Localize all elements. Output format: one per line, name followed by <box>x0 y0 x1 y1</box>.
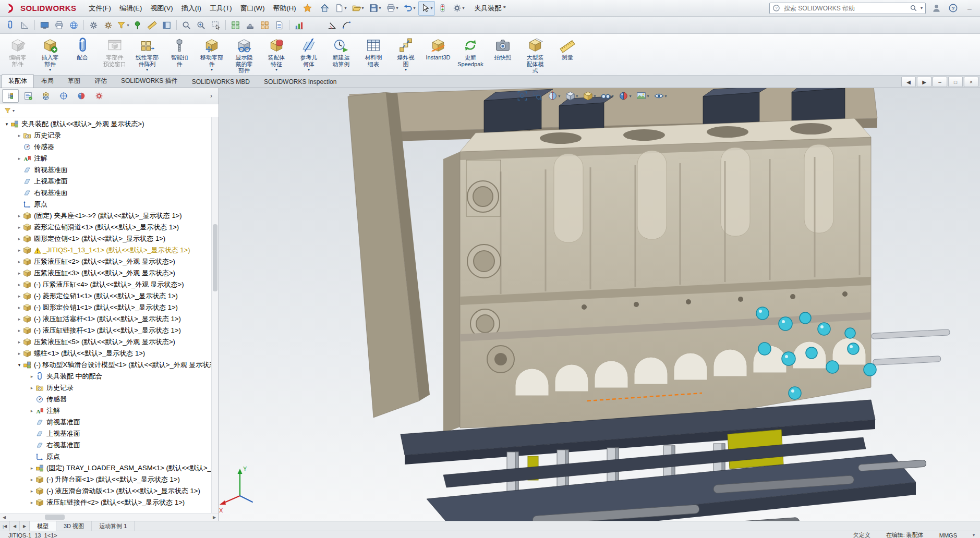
minimize-icon[interactable]: – <box>933 77 947 87</box>
menu-item-5[interactable]: 工具(T) <box>205 2 236 15</box>
options-gear-caret-icon[interactable]: ▾ <box>463 6 465 10</box>
hscroll-track[interactable] <box>8 513 210 521</box>
filter-button[interactable]: ▾ <box>116 18 130 32</box>
tree-expand-down-icon[interactable]: ▾ <box>16 362 23 368</box>
rebuild-button[interactable] <box>435 1 450 16</box>
menu-item-4[interactable]: 插入(I) <box>177 2 205 15</box>
tree-item[interactable]: ▸螺柱<1> (默认<<默认>_显示状态 1>) <box>0 348 219 359</box>
zoom-fit-button[interactable] <box>515 90 529 102</box>
angle-sketch-button[interactable] <box>325 18 339 32</box>
section-view-button[interactable]: ▾ <box>546 90 562 102</box>
status-caret-icon[interactable]: ▾ <box>973 533 975 537</box>
menu-item-7[interactable]: 帮助(H) <box>269 2 300 15</box>
ribbon-button-instant3d[interactable]: Instant3D <box>422 35 454 75</box>
flyout-caret-icon[interactable]: ▾ <box>211 68 213 71</box>
configurationmanager-tab[interactable] <box>38 89 54 103</box>
save-button[interactable]: ▾ <box>367 1 383 16</box>
tree-expand-right-icon[interactable]: ▸ <box>16 213 23 218</box>
model-tab-nav-2-icon[interactable]: ◀ <box>10 521 20 531</box>
print-caret-icon[interactable]: ▾ <box>396 6 398 10</box>
tree-expand-right-icon[interactable]: ▸ <box>16 282 23 287</box>
apply-scene-button[interactable]: ▾ <box>634 90 650 102</box>
ribbon-button-linear-pattern[interactable]: 线性零部 件阵列▾ <box>131 35 163 75</box>
save-caret-icon[interactable]: ▾ <box>379 6 381 10</box>
ribbon-button-bom[interactable]: 材料明 细表 <box>358 35 389 75</box>
filter-funnel-icon[interactable] <box>4 107 11 115</box>
ribbon-button-move-component[interactable]: 移动零部 件▾ <box>196 35 227 75</box>
ribbon-button-assembly-features[interactable]: 装配体 特征▾ <box>261 35 292 75</box>
tree-expand-right-icon[interactable]: ▸ <box>16 328 23 333</box>
web-button[interactable] <box>67 18 81 32</box>
tree-expand-right-icon[interactable]: ▸ <box>16 248 23 253</box>
ribbon-button-reference-geometry[interactable]: 参考几 何体▾ <box>293 35 324 75</box>
ribbon-button-mate[interactable]: 配合 <box>67 35 98 75</box>
pin-menu-icon[interactable] <box>303 3 312 13</box>
tree-vscroll-thumb[interactable] <box>213 224 217 291</box>
open-button[interactable]: ▾ <box>349 1 366 16</box>
ribbon-tab-item[interactable]: 评估 <box>88 74 114 88</box>
displaymanager-tab[interactable] <box>73 89 90 103</box>
tree-item[interactable]: ▸压紧液压缸<5> (默认<<默认>_外观 显示状态>) <box>0 336 219 348</box>
model-tab-item[interactable]: 3D 视图 <box>56 521 92 531</box>
tree-item[interactable]: ▸压紧液压缸<2> (默认<<默认>_外观 显示状态>) <box>0 256 219 267</box>
tree-item[interactable]: ▸(-) 液压滑台滑动版<1> (默认<<默认>_显示状态 1>) <box>0 485 219 497</box>
search-input[interactable] <box>783 4 907 13</box>
cam-manager-tab[interactable] <box>91 89 107 103</box>
viewport-3d-scene[interactable]: Y X <box>219 88 980 521</box>
tree-expand-right-icon[interactable]: ▸ <box>28 500 35 505</box>
ribbon-button-take-snapshot[interactable]: 拍快照 <box>487 35 518 75</box>
tree-item[interactable]: ▾夹具装配 (默认<<默认>_外观 显示状态>) <box>0 118 219 130</box>
ribbon-button-edit-component[interactable]: 编辑零 部件 <box>2 35 33 75</box>
flyout-caret-icon[interactable]: ▾ <box>308 68 310 71</box>
tree-item[interactable]: ▸(-) 压紧液压缸<4> (默认<<默认>_外观 显示状态>) <box>0 279 219 290</box>
tree-item[interactable]: 原点 <box>0 451 219 462</box>
tree-item[interactable]: ▸(-) 液压缸活塞杆<1> (默认<<默认>_显示状态 1>) <box>0 313 219 325</box>
view-orientation-button[interactable]: ▾ <box>563 90 579 102</box>
ribbon-button-exploded-view[interactable]: 爆炸视 图▾ <box>390 35 421 75</box>
open-caret-icon[interactable]: ▾ <box>362 6 364 10</box>
tree-expand-right-icon[interactable]: ▸ <box>28 408 35 413</box>
flyout-caret-icon[interactable]: ▾ <box>611 94 613 99</box>
tree-expand-right-icon[interactable]: ▸ <box>16 294 23 299</box>
propertymanager-tab[interactable] <box>20 89 37 103</box>
tree-item[interactable]: ▸菱形定位销滑道<1> (默认<<默认>_显示状态 1>) <box>0 222 219 233</box>
search-icon[interactable] <box>910 4 917 12</box>
graphics-viewport[interactable]: Y X ▾▾▾▾▾▾▾ <box>219 88 980 521</box>
menu-item-2[interactable]: 编辑(E) <box>115 2 146 15</box>
flyout-caret-icon[interactable]: ▾ <box>146 68 148 71</box>
grid-green-button[interactable] <box>228 18 243 32</box>
pin-button[interactable] <box>130 18 144 32</box>
panel-flyout-chevron-icon[interactable]: › <box>206 92 216 100</box>
model-tab-nav-3-icon[interactable]: ▶ <box>20 521 30 531</box>
stamp-button[interactable] <box>243 18 257 32</box>
panel-button[interactable] <box>160 18 174 32</box>
home-button[interactable] <box>318 1 332 16</box>
tree-expand-right-icon[interactable]: ▸ <box>28 385 35 390</box>
tree-expand-right-icon[interactable]: ▸ <box>28 488 35 494</box>
ribbon-tab-item[interactable]: 布局 <box>34 74 61 88</box>
tree-item[interactable]: ▸历史记录 <box>0 130 219 141</box>
tree-item[interactable]: ▾(-) 移动型X轴滑台设计模型<1> (默认<<默认>_外观 显示状态>) <box>0 359 219 371</box>
new-document-caret-icon[interactable]: ▾ <box>345 6 347 10</box>
flyout-caret-icon[interactable]: ▾ <box>275 68 277 71</box>
view-settings-button[interactable]: ▾ <box>652 90 668 102</box>
close-icon[interactable]: × <box>964 77 978 87</box>
flyout-caret-icon[interactable]: ▾ <box>647 94 649 99</box>
grid-orange-button[interactable] <box>258 18 272 32</box>
filter-caret-icon[interactable]: ▾ <box>127 23 129 28</box>
dimxpertmanager-tab[interactable] <box>55 89 72 103</box>
tree-item[interactable]: 前视基准面 <box>0 417 219 428</box>
tree-expand-right-icon[interactable]: ▸ <box>28 374 35 379</box>
flyout-caret-icon[interactable]: ▾ <box>664 94 667 99</box>
zoom-button[interactable] <box>179 18 193 32</box>
tree-item[interactable]: 原点 <box>0 199 219 210</box>
link-button[interactable] <box>3 18 17 32</box>
ribbon-button-large-assembly[interactable]: 大型装 配体模 式 <box>519 35 551 75</box>
tree-item[interactable]: ▸液压缸链接件<2> (默认<<默认>_显示状态 1>) <box>0 497 219 508</box>
edit-appearance-button[interactable]: ▾ <box>616 90 633 102</box>
ribbon-button-insert-component[interactable]: 插入零 部件▾ <box>34 35 66 75</box>
ribbon-tab-item[interactable]: 草图 <box>61 74 87 88</box>
hide-show-items-button[interactable]: ▾ <box>599 90 615 102</box>
filter-caret-icon[interactable]: ▾ <box>13 108 15 113</box>
tree-expand-right-icon[interactable]: ▸ <box>16 305 23 310</box>
